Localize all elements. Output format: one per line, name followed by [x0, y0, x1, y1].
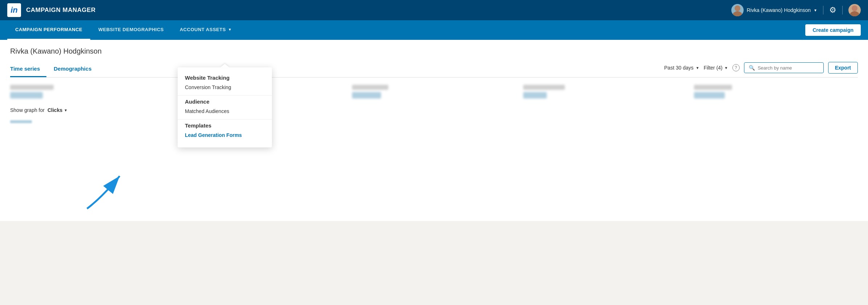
- stat-value-bar: [352, 92, 381, 99]
- tabs-row: Time series Demographics Past 30 days ▼ …: [10, 62, 858, 78]
- filter-chevron-icon: ▼: [724, 66, 728, 70]
- divider: [823, 6, 823, 14]
- dropdown-item-lead-generation-forms[interactable]: Lead Generation Forms: [185, 131, 265, 139]
- create-campaign-button[interactable]: Create campaign: [805, 24, 861, 36]
- tabs-left: Time series Demographics: [10, 62, 105, 77]
- nav-website-demographics[interactable]: WEBSITE DEMOGRAPHICS: [90, 20, 171, 40]
- dropdown-section-website-tracking: Website Tracking Conversion Tracking: [178, 72, 272, 95]
- svg-point-2: [852, 5, 857, 11]
- svg-point-1: [733, 11, 742, 16]
- stat-card-5: [694, 85, 858, 99]
- dropdown-item-matched-audiences[interactable]: Matched Audiences: [185, 107, 265, 116]
- tab-demographics[interactable]: Demographics: [54, 62, 98, 77]
- graph-for-label: Show graph for: [10, 107, 45, 113]
- account-assets-chevron-icon: ▼: [228, 28, 232, 32]
- stats-row: [10, 85, 858, 99]
- graph-bar-hint: [10, 120, 32, 123]
- user-info[interactable]: Rivka (Kawano) Hodgkinson ▼: [731, 4, 817, 16]
- dropdown-section-audience: Audience Matched Audiences: [178, 95, 272, 119]
- gear-icon[interactable]: ⚙: [829, 5, 836, 15]
- nav-links: CAMPAIGN PERFORMANCE WEBSITE DEMOGRAPHIC…: [7, 20, 240, 40]
- search-input[interactable]: [758, 65, 819, 71]
- app-title: CAMPAIGN MANAGER: [26, 7, 96, 14]
- secondary-nav: CAMPAIGN PERFORMANCE WEBSITE DEMOGRAPHIC…: [0, 20, 868, 40]
- svg-point-3: [850, 11, 859, 16]
- dropdown-section-templates: Templates Lead Generation Forms: [178, 119, 272, 143]
- user-name: Rivka (Kawano) Hodgkinson: [747, 7, 811, 13]
- avatar-secondary[interactable]: [848, 4, 861, 16]
- stat-value-bar: [10, 92, 43, 99]
- nav-account-assets[interactable]: ACCOUNT ASSETS ▼: [172, 20, 240, 40]
- divider-2: [842, 6, 843, 14]
- page-owner: Rivka (Kawano) Hodgkinson: [10, 47, 858, 55]
- date-filter[interactable]: Past 30 days ▼: [664, 65, 699, 71]
- clicks-label: Clicks: [47, 107, 62, 113]
- export-button[interactable]: Export: [828, 62, 858, 74]
- search-icon: 🔍: [749, 65, 755, 71]
- stat-bar: [352, 85, 388, 90]
- help-icon[interactable]: ?: [732, 64, 740, 71]
- stat-bar: [10, 85, 54, 90]
- clicks-dropdown[interactable]: Clicks ▼: [47, 107, 67, 113]
- stat-card-3: [352, 85, 516, 99]
- stat-value-bar: [694, 92, 725, 99]
- top-bar: in CAMPAIGN MANAGER Rivka (Kawano) Hodgk…: [0, 0, 868, 20]
- stat-card-4: [523, 85, 687, 99]
- page-content: Rivka (Kawano) Hodgkinson Time series De…: [0, 40, 868, 221]
- stat-value-bar: [523, 92, 547, 99]
- top-bar-left: in CAMPAIGN MANAGER: [7, 3, 96, 17]
- arrow-annotation: [73, 154, 145, 214]
- stat-card-1: [10, 85, 174, 99]
- graph-for-row: Show graph for Clicks ▼: [10, 107, 858, 113]
- top-bar-right: Rivka (Kawano) Hodgkinson ▼ ⚙: [731, 4, 861, 16]
- dropdown-section-title-2: Audience: [185, 99, 265, 105]
- dropdown-section-title-1: Website Tracking: [185, 75, 265, 81]
- clicks-chevron-icon: ▼: [64, 108, 67, 112]
- stat-bar: [694, 85, 732, 90]
- search-box: 🔍: [744, 62, 824, 73]
- linkedin-logo[interactable]: in: [7, 3, 21, 17]
- filter-button[interactable]: Filter (4) ▼: [704, 65, 728, 71]
- tab-time-series[interactable]: Time series: [10, 62, 46, 77]
- svg-point-0: [735, 5, 740, 11]
- dropdown-section-title-3: Templates: [185, 122, 265, 129]
- avatar-primary: [731, 4, 744, 16]
- dropdown-item-conversion-tracking[interactable]: Conversion Tracking: [185, 83, 265, 92]
- date-chevron-icon: ▼: [696, 66, 699, 70]
- account-assets-dropdown: Website Tracking Conversion Tracking Aud…: [178, 67, 272, 147]
- tabs-right: Past 30 days ▼ Filter (4) ▼ ? 🔍 Export: [664, 62, 858, 77]
- nav-campaign-performance[interactable]: CAMPAIGN PERFORMANCE: [7, 20, 90, 40]
- stat-bar: [523, 85, 565, 90]
- user-chevron-icon: ▼: [814, 8, 817, 12]
